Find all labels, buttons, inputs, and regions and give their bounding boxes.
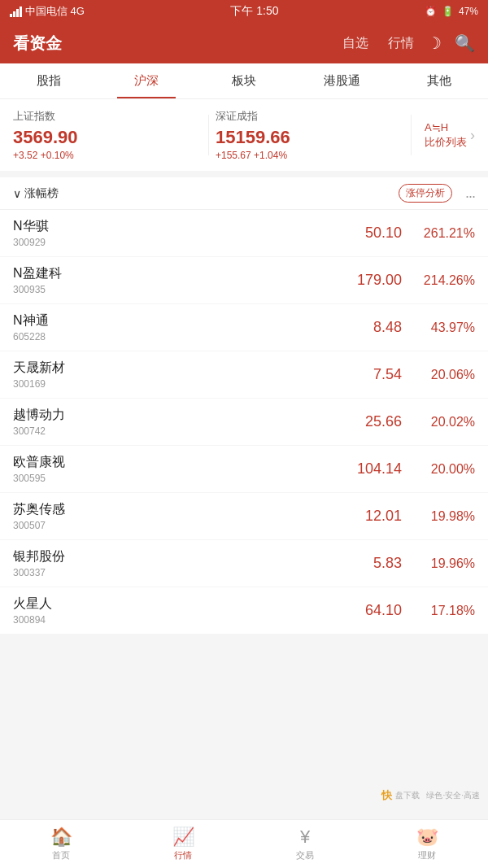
top-nav: 看资金 自选 行情 ☽ 🔍 [0, 23, 488, 63]
stock-code-4: 300742 [13, 425, 329, 437]
stock-price-4: 25.66 [329, 413, 402, 430]
secondary-tabs: 股指 沪深 板块 港股通 其他 [0, 63, 488, 99]
stock-info-3: 天晟新材 300169 [13, 360, 329, 390]
stock-name-7: 银邦股份 [13, 548, 329, 565]
stock-name-6: 苏奥传感 [13, 501, 329, 518]
chevron-icon: ∨ [13, 187, 21, 200]
stock-info-1: N盈建科 300935 [13, 265, 329, 295]
stock-change-8: 17.18% [402, 604, 475, 618]
status-time: 下午 1:50 [230, 4, 278, 19]
tab-ganggutong[interactable]: 港股通 [293, 63, 390, 98]
stock-change-4: 20.02% [402, 415, 475, 430]
stock-name-2: N神通 [13, 312, 329, 329]
stock-price-2: 8.48 [329, 319, 402, 336]
alarm-icon: ⏰ [425, 6, 437, 17]
stock-code-2: 605228 [13, 331, 329, 342]
stock-code-7: 300337 [13, 567, 329, 578]
search-icon[interactable]: 🔍 [455, 33, 475, 53]
stock-info-4: 越博动力 300742 [13, 407, 329, 437]
status-carrier: 中国电信 4G [10, 4, 85, 19]
nav-tab-zixuan[interactable]: 自选 [342, 35, 368, 52]
tab-bankuai[interactable]: 板块 [195, 63, 293, 98]
stock-info-5: 欧普康视 300595 [13, 454, 329, 484]
stock-item-2[interactable]: N神通 605228 8.48 43.97% [0, 304, 488, 351]
battery-level: 47% [459, 6, 478, 17]
shanghai-change: +3.52 +0.10% [13, 150, 202, 161]
stock-item-8[interactable]: 火星人 300894 64.10 17.18% [0, 587, 488, 635]
list-header: ∨ 涨幅榜 涨停分析 ... [0, 177, 488, 210]
stock-price-8: 64.10 [329, 602, 402, 619]
tab-hushen[interactable]: 沪深 [98, 63, 195, 98]
stock-item-6[interactable]: 苏奥传感 300507 12.01 19.98% [0, 493, 488, 540]
index-divider [208, 115, 209, 155]
shenzhen-change: +155.67 +1.04% [216, 150, 404, 161]
stock-price-3: 7.54 [329, 366, 402, 383]
stock-code-1: 300935 [13, 284, 329, 295]
stock-change-6: 19.98% [402, 509, 475, 524]
index-shanghai[interactable]: 上证指数 3569.90 +3.52 +0.10% [13, 109, 202, 161]
stock-info-2: N神通 605228 [13, 312, 329, 342]
index-divider-2 [411, 115, 412, 155]
list-title: 涨幅榜 [24, 186, 59, 201]
ah-text: A≒H 比价列表 [425, 120, 467, 150]
zangtingfenxi-button[interactable]: 涨停分析 [399, 184, 452, 203]
stock-code-5: 300595 [13, 473, 329, 484]
stock-item-4[interactable]: 越博动力 300742 25.66 20.02% [0, 399, 488, 446]
signal-icon [10, 7, 22, 17]
index-row: 上证指数 3569.90 +3.52 +0.10% 深证成指 15159.66 … [0, 99, 488, 177]
stock-code-8: 300894 [13, 614, 329, 626]
ah-compare[interactable]: A≒H 比价列表 › [418, 120, 475, 150]
stock-info-0: N华骐 300929 [13, 218, 329, 248]
stock-change-2: 43.97% [402, 321, 475, 335]
stock-name-8: 火星人 [13, 595, 329, 613]
stock-change-5: 20.00% [402, 462, 475, 477]
stock-change-3: 20.06% [402, 368, 475, 382]
stock-item-7[interactable]: 银邦股份 300337 5.83 19.96% [0, 540, 488, 587]
stock-name-3: 天晟新材 [13, 360, 329, 377]
stock-change-1: 214.26% [402, 273, 475, 288]
stock-item-0[interactable]: N华骐 300929 50.10 261.21% [0, 210, 488, 257]
stock-price-0: 50.10 [329, 225, 402, 242]
nav-tab-hangqing[interactable]: 行情 [388, 35, 414, 52]
stock-name-1: N盈建科 [13, 265, 329, 282]
more-button[interactable]: ... [465, 185, 475, 202]
stock-code-0: 300929 [13, 237, 329, 248]
status-right: ⏰ 🔋 47% [425, 6, 478, 17]
stock-item-1[interactable]: N盈建科 300935 179.00 214.26% [0, 257, 488, 304]
stock-info-8: 火星人 300894 [13, 595, 329, 626]
stock-list: N华骐 300929 50.10 261.21% N盈建科 300935 179… [0, 210, 488, 635]
shanghai-name: 上证指数 [13, 109, 202, 124]
stock-item-3[interactable]: 天晟新材 300169 7.54 20.06% [0, 351, 488, 399]
stock-name-5: 欧普康视 [13, 454, 329, 471]
list-header-left[interactable]: ∨ 涨幅榜 [13, 186, 399, 201]
stock-code-3: 300169 [13, 378, 329, 390]
tab-qita[interactable]: 其他 [390, 63, 488, 98]
index-shenzhen[interactable]: 深证成指 15159.66 +155.67 +1.04% [216, 109, 404, 161]
ah-arrow-icon: › [470, 127, 475, 144]
stock-price-1: 179.00 [329, 272, 402, 289]
top-nav-tabs: 自选 行情 [342, 35, 414, 52]
stock-change-7: 19.96% [402, 556, 475, 571]
stock-info-6: 苏奥传感 300507 [13, 501, 329, 531]
stock-item-5[interactable]: 欧普康视 300595 104.14 20.00% [0, 446, 488, 493]
stock-price-6: 12.01 [329, 508, 402, 525]
stock-change-0: 261.21% [402, 226, 475, 241]
stock-name-4: 越博动力 [13, 407, 329, 424]
stock-info-7: 银邦股份 300337 [13, 548, 329, 578]
shenzhen-value: 15159.66 [216, 127, 404, 148]
shenzhen-name: 深证成指 [216, 109, 404, 124]
moon-icon[interactable]: ☽ [427, 33, 442, 53]
stock-name-0: N华骐 [13, 218, 329, 235]
shanghai-value: 3569.90 [13, 127, 202, 148]
stock-price-7: 5.83 [329, 555, 402, 572]
app-title: 看资金 [13, 33, 342, 55]
stock-price-5: 104.14 [329, 460, 402, 478]
stock-code-6: 300507 [13, 520, 329, 531]
top-nav-icons: ☽ 🔍 [427, 33, 475, 53]
tab-guzhi[interactable]: 股指 [0, 63, 98, 98]
battery-icon: 🔋 [442, 6, 454, 17]
status-bar: 中国电信 4G 下午 1:50 ⏰ 🔋 47% [0, 0, 488, 23]
